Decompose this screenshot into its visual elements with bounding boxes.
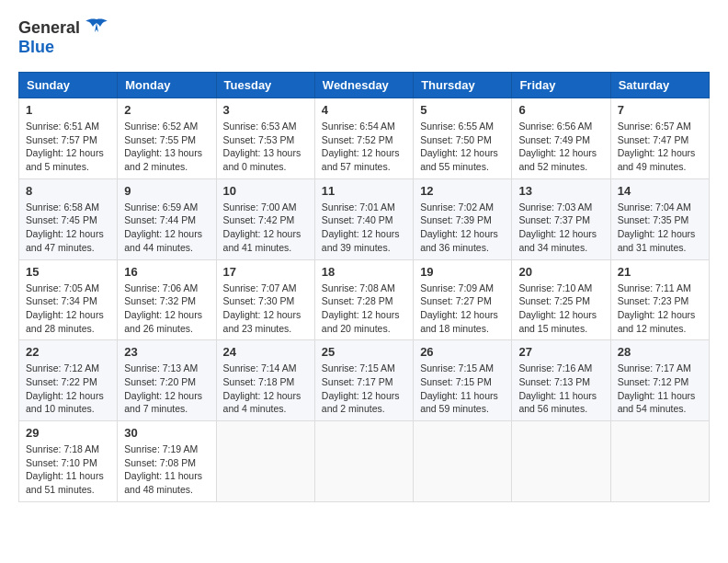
calendar-cell: 21Sunrise: 7:11 AMSunset: 7:23 PMDayligh… xyxy=(610,259,709,340)
calendar-cell: 22Sunrise: 7:12 AMSunset: 7:22 PMDayligh… xyxy=(19,340,118,421)
day-number: 27 xyxy=(518,345,603,359)
calendar-cell: 2Sunrise: 6:52 AMSunset: 7:55 PMDaylight… xyxy=(118,98,216,179)
day-number: 12 xyxy=(420,184,505,198)
weekday-header-saturday: Saturday xyxy=(610,73,709,98)
calendar-cell: 5Sunrise: 6:55 AMSunset: 7:50 PMDaylight… xyxy=(414,98,512,179)
day-info: Sunrise: 7:00 AMSunset: 7:42 PMDaylight:… xyxy=(223,201,308,255)
day-number: 25 xyxy=(322,345,406,359)
day-number: 24 xyxy=(223,345,308,359)
weekday-header-sunday: Sunday xyxy=(19,73,118,98)
day-number: 16 xyxy=(124,265,209,279)
day-number: 23 xyxy=(124,345,209,359)
calendar-cell xyxy=(512,421,610,502)
day-info: Sunrise: 7:10 AMSunset: 7:25 PMDaylight:… xyxy=(518,282,603,336)
day-info: Sunrise: 7:17 AMSunset: 7:12 PMDaylight:… xyxy=(618,362,702,416)
logo-bird-icon xyxy=(82,17,111,38)
calendar-cell: 14Sunrise: 7:04 AMSunset: 7:35 PMDayligh… xyxy=(610,178,709,259)
calendar-cell xyxy=(610,421,709,502)
page-header: General Blue xyxy=(18,18,710,57)
day-number: 2 xyxy=(124,103,209,117)
day-info: Sunrise: 6:53 AMSunset: 7:53 PMDaylight:… xyxy=(223,120,308,174)
day-number: 20 xyxy=(518,265,603,279)
day-info: Sunrise: 6:56 AMSunset: 7:49 PMDaylight:… xyxy=(518,120,603,174)
day-info: Sunrise: 7:08 AMSunset: 7:28 PMDaylight:… xyxy=(322,282,406,336)
day-info: Sunrise: 7:18 AMSunset: 7:10 PMDaylight:… xyxy=(26,442,110,497)
day-number: 18 xyxy=(322,265,406,279)
day-info: Sunrise: 7:02 AMSunset: 7:39 PMDaylight:… xyxy=(420,201,505,255)
day-info: Sunrise: 7:12 AMSunset: 7:22 PMDaylight:… xyxy=(26,362,110,416)
weekday-header-tuesday: Tuesday xyxy=(216,73,314,98)
day-info: Sunrise: 6:51 AMSunset: 7:57 PMDaylight:… xyxy=(26,120,110,174)
day-info: Sunrise: 7:07 AMSunset: 7:30 PMDaylight:… xyxy=(223,282,308,336)
day-number: 14 xyxy=(618,184,702,198)
calendar-cell xyxy=(414,421,512,502)
calendar-cell xyxy=(314,421,413,502)
day-number: 1 xyxy=(26,103,110,117)
calendar-cell: 10Sunrise: 7:00 AMSunset: 7:42 PMDayligh… xyxy=(216,178,314,259)
calendar-cell: 26Sunrise: 7:15 AMSunset: 7:15 PMDayligh… xyxy=(414,340,512,421)
day-info: Sunrise: 7:06 AMSunset: 7:32 PMDaylight:… xyxy=(124,282,209,336)
calendar-cell xyxy=(216,421,314,502)
weekday-header-thursday: Thursday xyxy=(414,73,512,98)
day-info: Sunrise: 7:01 AMSunset: 7:40 PMDaylight:… xyxy=(322,201,406,255)
day-number: 3 xyxy=(223,103,308,117)
day-info: Sunrise: 7:15 AMSunset: 7:17 PMDaylight:… xyxy=(322,362,406,416)
day-info: Sunrise: 7:15 AMSunset: 7:15 PMDaylight:… xyxy=(420,362,505,416)
calendar-cell: 12Sunrise: 7:02 AMSunset: 7:39 PMDayligh… xyxy=(414,178,512,259)
day-number: 19 xyxy=(420,265,505,279)
day-number: 13 xyxy=(518,184,603,198)
weekday-header-wednesday: Wednesday xyxy=(314,73,413,98)
day-number: 10 xyxy=(223,184,308,198)
calendar-cell: 16Sunrise: 7:06 AMSunset: 7:32 PMDayligh… xyxy=(118,259,216,340)
calendar-cell: 9Sunrise: 6:59 AMSunset: 7:44 PMDaylight… xyxy=(118,178,216,259)
day-info: Sunrise: 7:09 AMSunset: 7:27 PMDaylight:… xyxy=(420,282,505,336)
day-number: 15 xyxy=(26,265,110,279)
calendar-cell: 11Sunrise: 7:01 AMSunset: 7:40 PMDayligh… xyxy=(314,178,413,259)
calendar-cell: 17Sunrise: 7:07 AMSunset: 7:30 PMDayligh… xyxy=(216,259,314,340)
day-info: Sunrise: 7:04 AMSunset: 7:35 PMDaylight:… xyxy=(618,201,702,255)
calendar-cell: 13Sunrise: 7:03 AMSunset: 7:37 PMDayligh… xyxy=(512,178,610,259)
day-info: Sunrise: 6:58 AMSunset: 7:45 PMDaylight:… xyxy=(26,201,110,255)
logo-general-text: General xyxy=(18,18,80,38)
day-number: 4 xyxy=(322,103,406,117)
day-info: Sunrise: 7:13 AMSunset: 7:20 PMDaylight:… xyxy=(124,362,209,416)
calendar-cell: 25Sunrise: 7:15 AMSunset: 7:17 PMDayligh… xyxy=(314,340,413,421)
calendar-cell: 29Sunrise: 7:18 AMSunset: 7:10 PMDayligh… xyxy=(19,421,118,502)
day-number: 21 xyxy=(618,265,702,279)
day-info: Sunrise: 7:03 AMSunset: 7:37 PMDaylight:… xyxy=(518,201,603,255)
day-number: 8 xyxy=(26,184,110,198)
day-info: Sunrise: 7:05 AMSunset: 7:34 PMDaylight:… xyxy=(26,282,110,336)
day-number: 9 xyxy=(124,184,209,198)
calendar-cell: 23Sunrise: 7:13 AMSunset: 7:20 PMDayligh… xyxy=(118,340,216,421)
calendar-cell: 30Sunrise: 7:19 AMSunset: 7:08 PMDayligh… xyxy=(118,421,216,502)
calendar-cell: 24Sunrise: 7:14 AMSunset: 7:18 PMDayligh… xyxy=(216,340,314,421)
day-number: 17 xyxy=(223,265,308,279)
day-info: Sunrise: 7:16 AMSunset: 7:13 PMDaylight:… xyxy=(518,362,603,416)
day-number: 5 xyxy=(420,103,505,117)
day-info: Sunrise: 7:19 AMSunset: 7:08 PMDaylight:… xyxy=(124,442,209,497)
day-number: 29 xyxy=(26,426,110,440)
calendar-cell: 1Sunrise: 6:51 AMSunset: 7:57 PMDaylight… xyxy=(19,98,118,179)
calendar-cell: 7Sunrise: 6:57 AMSunset: 7:47 PMDaylight… xyxy=(610,98,709,179)
day-info: Sunrise: 6:55 AMSunset: 7:50 PMDaylight:… xyxy=(420,120,505,174)
day-info: Sunrise: 7:11 AMSunset: 7:23 PMDaylight:… xyxy=(618,282,702,336)
weekday-header-friday: Friday xyxy=(512,73,610,98)
day-number: 30 xyxy=(124,426,209,440)
calendar-cell: 8Sunrise: 6:58 AMSunset: 7:45 PMDaylight… xyxy=(19,178,118,259)
calendar-table: SundayMondayTuesdayWednesdayThursdayFrid… xyxy=(18,72,710,502)
calendar-cell: 6Sunrise: 6:56 AMSunset: 7:49 PMDaylight… xyxy=(512,98,610,179)
day-info: Sunrise: 6:54 AMSunset: 7:52 PMDaylight:… xyxy=(322,120,406,174)
calendar-cell: 27Sunrise: 7:16 AMSunset: 7:13 PMDayligh… xyxy=(512,340,610,421)
weekday-header-monday: Monday xyxy=(118,73,216,98)
calendar-cell: 19Sunrise: 7:09 AMSunset: 7:27 PMDayligh… xyxy=(414,259,512,340)
day-number: 7 xyxy=(618,103,702,117)
day-info: Sunrise: 6:59 AMSunset: 7:44 PMDaylight:… xyxy=(124,201,209,255)
logo-blue-text: Blue xyxy=(18,38,54,57)
calendar-cell: 15Sunrise: 7:05 AMSunset: 7:34 PMDayligh… xyxy=(19,259,118,340)
day-number: 11 xyxy=(322,184,406,198)
day-info: Sunrise: 6:52 AMSunset: 7:55 PMDaylight:… xyxy=(124,120,209,174)
logo: General Blue xyxy=(18,18,111,57)
day-info: Sunrise: 6:57 AMSunset: 7:47 PMDaylight:… xyxy=(618,120,702,174)
day-number: 6 xyxy=(518,103,603,117)
calendar-cell: 18Sunrise: 7:08 AMSunset: 7:28 PMDayligh… xyxy=(314,259,413,340)
